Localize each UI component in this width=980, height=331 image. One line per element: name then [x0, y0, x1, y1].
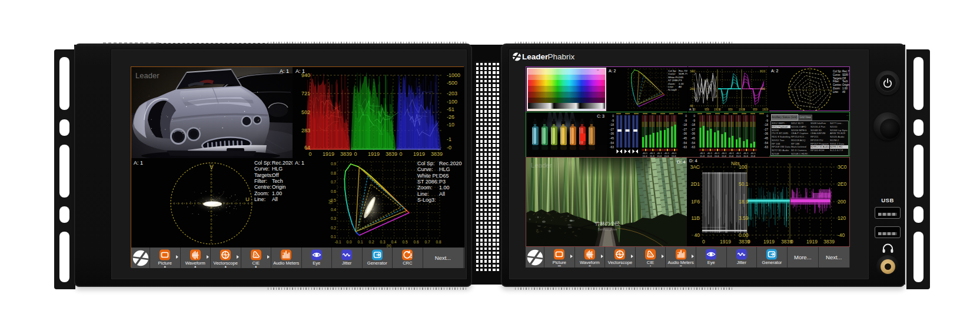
svg-text:All: All	[842, 91, 845, 93]
svg-text:1.00: 1.00	[842, 87, 848, 90]
svg-text:All: All	[272, 196, 278, 202]
svg-text:1919: 1919	[323, 151, 334, 157]
svg-text:White Pt:: White Pt:	[668, 76, 679, 79]
svg-text:Curve:: Curve:	[668, 72, 676, 75]
svg-text:3839: 3839	[823, 239, 835, 245]
svg-text:2D1: 2D1	[690, 181, 700, 187]
svg-text:1F6: 1F6	[691, 199, 700, 205]
svg-text:All: All	[679, 85, 682, 88]
svg-text:3.59: 3.59	[739, 215, 749, 221]
svg-text:0.6: 0.6	[413, 240, 418, 244]
svg-text:-9: -9	[766, 119, 769, 122]
svg-text:3839: 3839	[431, 151, 443, 157]
svg-text:A: 1: A: 1	[295, 68, 305, 74]
svg-text:ST 2086:: ST 2086:	[668, 79, 679, 82]
svg-text:Zoom:: Zoom:	[254, 190, 269, 196]
svg-text:-36: -36	[610, 132, 614, 135]
svg-text:-45: -45	[764, 136, 768, 140]
svg-text:U: U	[245, 196, 250, 202]
svg-text:-45: -45	[610, 136, 614, 140]
svg-text:3AC: 3AC	[690, 164, 700, 170]
svg-text:-9: -9	[612, 119, 614, 122]
svg-text:-18: -18	[683, 123, 687, 126]
svg-text:11B: 11B	[692, 215, 700, 221]
svg-text:-27: -27	[691, 128, 695, 131]
svg-text:0: 0	[694, 108, 696, 111]
svg-text:-40: -40	[838, 232, 845, 238]
svg-text:(y): (y)	[328, 199, 333, 204]
svg-text:SDR-TV: SDR-TV	[679, 72, 687, 75]
svg-text:0: 0	[354, 151, 357, 157]
svg-text:1.00: 1.00	[439, 185, 450, 190]
svg-text:502: 502	[301, 109, 310, 115]
svg-text:1.00: 1.00	[272, 190, 282, 196]
svg-text:0.3: 0.3	[380, 240, 385, 244]
svg-text:1.00: 1.00	[679, 82, 684, 85]
svg-text:-26: -26	[447, 114, 454, 120]
svg-text:Off: Off	[272, 172, 279, 178]
svg-text:200: 200	[760, 87, 766, 91]
svg-text:Line:: Line:	[417, 191, 429, 197]
svg-text:P3: P3	[679, 79, 682, 82]
svg-text:3C0: 3C0	[838, 164, 847, 170]
svg-text:-63: -63	[764, 145, 768, 149]
svg-text:0.4: 0.4	[391, 240, 396, 244]
svg-text:S-Log3:: S-Log3:	[417, 197, 436, 203]
svg-text:C: 3: C: 3	[597, 114, 604, 118]
svg-text:1919: 1919	[763, 239, 775, 245]
svg-text:A: 2: A: 2	[771, 69, 779, 73]
svg-text:-51: -51	[447, 106, 454, 112]
svg-text:0: 0	[685, 114, 687, 118]
svg-text:Col Sp:: Col Sp:	[417, 161, 435, 166]
svg-text:-0.1: -0.1	[334, 240, 341, 244]
svg-text:-54: -54	[691, 141, 695, 145]
svg-text:1919: 1919	[762, 108, 769, 111]
svg-text:D: 4: D: 4	[677, 159, 686, 165]
svg-text:0.7: 0.7	[331, 180, 336, 184]
svg-text:-1000: -1000	[447, 72, 460, 78]
svg-text:Zoom:: Zoom:	[668, 82, 675, 85]
svg-text:竹林の小径: 竹林の小径	[595, 220, 620, 226]
svg-text:0: 0	[399, 151, 402, 157]
svg-text:-9: -9	[685, 119, 687, 122]
svg-text:1919: 1919	[413, 151, 425, 157]
svg-text:-203: -203	[447, 91, 457, 96]
svg-text:A: 2: A: 2	[609, 69, 616, 73]
svg-text:3C0: 3C0	[760, 69, 765, 73]
svg-text:Line:: Line:	[254, 196, 265, 202]
svg-text:-45: -45	[683, 136, 687, 140]
svg-text:1919: 1919	[368, 151, 380, 157]
svg-text:0.6: 0.6	[331, 189, 336, 193]
svg-text:White Pt:: White Pt:	[417, 173, 439, 179]
svg-text:0.2: 0.2	[368, 240, 374, 244]
svg-text:A: 1: A: 1	[280, 68, 289, 74]
svg-text:P3: P3	[439, 179, 446, 185]
svg-text:40: 40	[690, 104, 693, 108]
svg-text:100: 100	[739, 164, 747, 170]
svg-text:0: 0	[748, 239, 750, 245]
svg-text:Centre:: Centre:	[833, 83, 842, 86]
svg-text:Off: Off	[842, 77, 846, 80]
svg-text:Leader: Leader	[522, 52, 549, 61]
svg-text:V: V	[210, 164, 214, 170]
svg-text:A: 3: A: 3	[689, 108, 695, 111]
svg-text:-18: -18	[691, 123, 695, 126]
svg-text:-63: -63	[691, 145, 695, 149]
svg-text:0.5: 0.5	[402, 240, 407, 244]
svg-text:(x): (x)	[387, 243, 391, 248]
svg-text:18.9: 18.9	[739, 199, 749, 205]
svg-text:-0: -0	[447, 145, 451, 151]
svg-text:Centre:: Centre:	[254, 184, 271, 190]
svg-text:S-Log3:: S-Log3:	[668, 88, 677, 91]
svg-text:1919: 1919	[720, 239, 731, 245]
svg-text:D: 4: D: 4	[689, 158, 697, 163]
svg-text:Zoom:: Zoom:	[417, 185, 433, 190]
svg-text:Filter:: Filter:	[833, 80, 839, 83]
svg-text:-18: -18	[610, 123, 614, 126]
svg-text:Curve:: Curve:	[833, 73, 841, 76]
svg-text:Origin: Origin	[842, 83, 850, 86]
svg-text:-54: -54	[764, 141, 768, 145]
svg-text:-18: -18	[764, 123, 768, 126]
svg-text:Targets:: Targets:	[254, 172, 273, 178]
svg-text:0.1: 0.1	[331, 235, 336, 239]
